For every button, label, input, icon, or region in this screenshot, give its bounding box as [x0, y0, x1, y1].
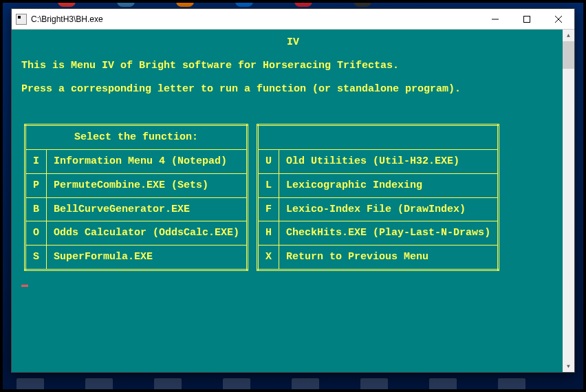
- desktop-taskbar-bottom: [17, 378, 569, 389]
- console-area[interactable]: IV This is Menu IV of Bright software fo…: [12, 30, 574, 372]
- menu-row[interactable]: FLexico-Index File (DrawIndex): [258, 197, 499, 221]
- scroll-thumb[interactable]: [563, 41, 574, 69]
- table-header-spacer: [258, 125, 499, 150]
- menu-table-right: UOld Utilities (Util-H32.EXE) LLexicogra…: [257, 124, 499, 271]
- scroll-up-arrow[interactable]: ▲: [563, 30, 574, 41]
- menu-row[interactable]: PPermuteCombine.EXE (Sets): [25, 173, 248, 197]
- close-button[interactable]: [543, 9, 574, 29]
- menu-row[interactable]: OOdds Calculator (OddsCalc.EXE): [25, 221, 248, 246]
- menu-row[interactable]: LLexicographic Indexing: [258, 173, 499, 197]
- intro-line-2: Press a corresponding letter to run a fu…: [21, 82, 565, 97]
- window-title: C:\BrightH3\BH.exe: [31, 14, 479, 24]
- svg-rect-1: [524, 16, 530, 22]
- menu-tables: Select the function: IInformation Menu 4…: [24, 124, 565, 271]
- menu-number: IV: [21, 35, 565, 50]
- menu-table-left: Select the function: IInformation Menu 4…: [24, 124, 248, 271]
- window-controls: [479, 9, 574, 29]
- table-header: Select the function:: [25, 125, 248, 150]
- menu-row[interactable]: UOld Utilities (Util-H32.EXE): [258, 150, 499, 174]
- text-cursor: [21, 285, 28, 287]
- menu-row[interactable]: IInformation Menu 4 (Notepad): [25, 150, 248, 174]
- menu-row[interactable]: SSuperFormula.EXE: [25, 246, 248, 270]
- intro-line-1: This is Menu IV of Bright software for H…: [21, 58, 565, 74]
- menu-row[interactable]: HCheckHits.EXE (Play-Last-N-Draws): [258, 221, 499, 246]
- scroll-down-arrow[interactable]: ▼: [563, 360, 574, 372]
- titlebar[interactable]: C:\BrightH3\BH.exe: [12, 9, 574, 30]
- app-icon: [16, 14, 27, 25]
- desktop-taskbar-top: [3, 1, 583, 7]
- app-window: C:\BrightH3\BH.exe IV This is Menu IV of…: [11, 8, 575, 373]
- minimize-button[interactable]: [479, 9, 511, 29]
- maximize-button[interactable]: [511, 9, 543, 29]
- vertical-scrollbar[interactable]: ▲ ▼: [563, 30, 574, 372]
- menu-row[interactable]: XReturn to Previous Menu: [258, 246, 499, 270]
- menu-row[interactable]: BBellCurveGenerator.EXE: [25, 197, 248, 221]
